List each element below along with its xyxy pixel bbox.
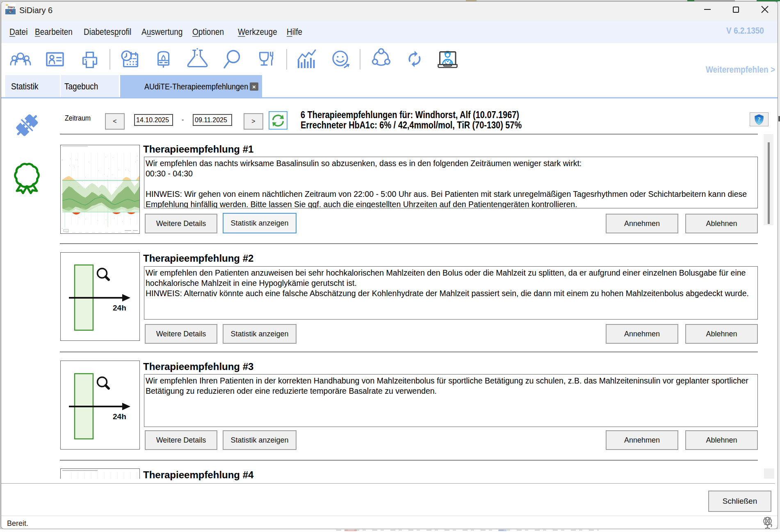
svg-text:24h: 24h <box>113 412 126 421</box>
svg-text:24h: 24h <box>113 304 126 312</box>
svg-text:?: ? <box>757 116 761 123</box>
svg-text:Diary: Diary <box>8 6 15 9</box>
